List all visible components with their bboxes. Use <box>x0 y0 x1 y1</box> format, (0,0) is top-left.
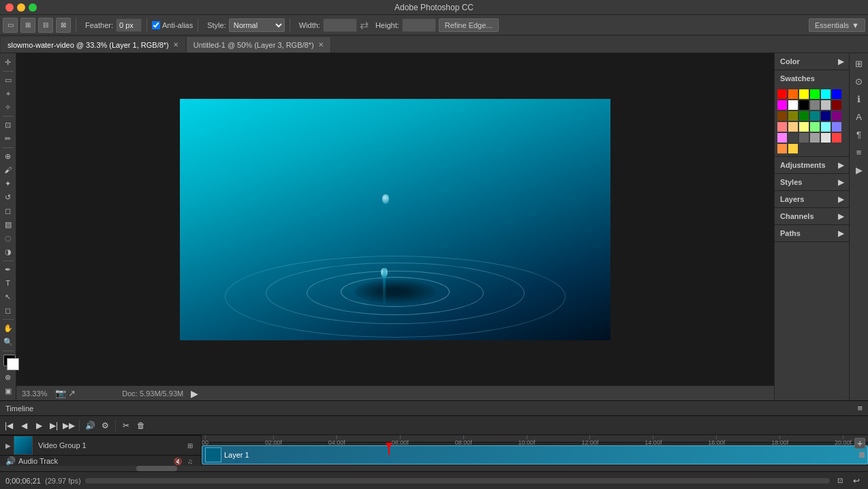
swatch-item[interactable] <box>832 89 841 99</box>
swatch-item[interactable] <box>777 122 787 132</box>
height-input[interactable] <box>402 18 436 32</box>
canvas-container[interactable] <box>16 53 774 385</box>
style-select[interactable]: Normal Fixed Ratio Fixed Size <box>229 18 285 32</box>
gradient-tool[interactable]: ▧ <box>1 218 15 231</box>
swatch-item[interactable] <box>799 133 809 143</box>
info-icon[interactable]: ℹ <box>852 91 867 106</box>
essentials-button[interactable]: Essentials ▼ <box>809 18 865 32</box>
brush-tool[interactable]: 🖌 <box>1 164 15 177</box>
hand-tool[interactable]: ✋ <box>1 322 15 335</box>
swatch-item[interactable] <box>832 133 841 143</box>
swatch-item[interactable] <box>799 111 809 121</box>
clone-stamp-tool[interactable]: ✦ <box>1 177 15 190</box>
tool-btn-4[interactable]: ⊠ <box>56 18 71 33</box>
width-input[interactable] <box>323 18 357 32</box>
swatch-item[interactable] <box>788 100 798 110</box>
play-pause-button[interactable]: ▶ <box>33 419 45 432</box>
quick-mask-mode[interactable]: ⊗ <box>1 371 15 384</box>
audio-music-btn[interactable]: ♫ <box>185 456 196 466</box>
swatch-item[interactable] <box>832 100 841 110</box>
swatch-item[interactable] <box>821 100 831 110</box>
shape-tool[interactable]: ◻ <box>1 304 15 317</box>
adjustments-panel-header[interactable]: Adjustments ▶ <box>775 157 849 173</box>
blur-tool[interactable]: ◌ <box>1 232 15 245</box>
tool-btn-2[interactable]: ⊞ <box>20 18 35 33</box>
move-tool[interactable]: ✛ <box>1 56 15 69</box>
playhead[interactable] <box>388 443 390 456</box>
foreground-color[interactable] <box>3 355 16 366</box>
swatch-item[interactable] <box>821 89 831 99</box>
swatch-item[interactable] <box>832 122 841 132</box>
screen-mode[interactable]: ▣ <box>1 385 15 398</box>
swatch-item[interactable] <box>799 100 809 110</box>
styles-panel-header[interactable]: Styles ▶ <box>775 174 849 190</box>
swatch-item[interactable] <box>777 89 787 99</box>
paragraph-icon[interactable]: ¶ <box>852 127 867 142</box>
prev-frame-button[interactable]: ◀ <box>18 419 30 432</box>
history-icon[interactable]: ≡ <box>852 145 867 160</box>
swatch-item[interactable] <box>810 133 820 143</box>
swatch-item[interactable] <box>777 100 787 110</box>
swatch-item[interactable] <box>777 133 787 143</box>
antialias-checkbox[interactable] <box>152 21 160 29</box>
audio-mute-btn[interactable]: 🔇 <box>172 456 183 466</box>
next-frame-button[interactable]: ▶| <box>48 419 60 432</box>
tab-untitled[interactable]: Untitled-1 @ 50% (Layer 3, RGB/8*) ✕ <box>186 36 331 53</box>
timeline-hscroll[interactable] <box>0 466 868 471</box>
layers-icon[interactable]: ⊞ <box>852 56 867 71</box>
dodge-tool[interactable]: ◑ <box>1 246 15 258</box>
tool-btn-3[interactable]: ⊟ <box>38 18 53 33</box>
audio-button[interactable]: 🔊 <box>84 419 96 432</box>
split-button[interactable]: ✂ <box>120 419 132 432</box>
swatch-item[interactable] <box>788 144 798 153</box>
swatch-item[interactable] <box>788 133 798 143</box>
marquee-tool[interactable]: ▭ <box>1 74 15 87</box>
eraser-tool[interactable]: ◻ <box>1 205 15 218</box>
hscroll-thumb[interactable] <box>136 466 177 471</box>
swap-dimensions-icon[interactable]: ⇄ <box>360 18 369 31</box>
close-button[interactable] <box>5 3 14 12</box>
antialias-checkbox-label[interactable]: Anti-alias <box>152 21 193 29</box>
play-button[interactable]: ▶ <box>189 388 200 399</box>
swatch-item[interactable] <box>810 100 820 110</box>
paths-panel-header[interactable]: Paths ▶ <box>775 225 849 241</box>
tab-slowmo[interactable]: slowmo-water-video @ 33.3% (Layer 1, RGB… <box>0 36 186 53</box>
actions-icon[interactable]: ▶ <box>852 162 867 177</box>
track-action-expand[interactable]: ⊞ <box>185 440 196 451</box>
swatch-item[interactable] <box>821 111 831 121</box>
quick-select-tool[interactable]: ✧ <box>1 101 15 114</box>
fit-view-button[interactable]: ⊡ <box>834 475 846 487</box>
swatch-item[interactable] <box>788 89 798 99</box>
tab-slowmo-close[interactable]: ✕ <box>173 41 179 48</box>
first-frame-button[interactable]: |◀ <box>3 419 15 432</box>
swatch-item[interactable] <box>821 122 831 132</box>
rectangular-marquee-tool[interactable]: ▭ <box>3 18 18 33</box>
healing-brush-tool[interactable]: ⊕ <box>1 150 15 163</box>
color-panel-header[interactable]: Color ▶ <box>775 53 849 70</box>
path-selection-tool[interactable]: ↖ <box>1 291 15 303</box>
feather-input[interactable] <box>116 18 142 32</box>
adjustments-icon[interactable]: ⊙ <box>852 74 867 89</box>
swatches-panel-header[interactable]: Swatches <box>775 70 849 87</box>
swatch-item[interactable] <box>799 89 809 99</box>
tab-untitled-close[interactable]: ✕ <box>318 41 324 48</box>
zoom-scroll-bar[interactable] <box>85 478 830 484</box>
swatch-item[interactable] <box>832 111 841 121</box>
delete-button[interactable]: 🗑 <box>135 419 147 432</box>
swatch-item[interactable] <box>777 144 787 153</box>
layers-panel-header[interactable]: Layers ▶ <box>775 191 849 207</box>
type-tool[interactable]: T <box>1 277 15 290</box>
eyedropper-tool[interactable]: ✏ <box>1 132 15 145</box>
swatch-item[interactable] <box>788 122 798 132</box>
loop-button[interactable]: ↩ <box>850 475 863 487</box>
history-brush-tool[interactable]: ↺ <box>1 191 15 204</box>
swatch-item[interactable] <box>777 111 787 121</box>
swatch-item[interactable] <box>810 122 820 132</box>
video-group-expand[interactable]: ▶ <box>5 442 11 449</box>
pen-tool[interactable]: ✒ <box>1 263 15 276</box>
add-track-button[interactable]: + <box>854 438 865 449</box>
char-icon[interactable]: A <box>852 109 867 124</box>
swatch-item[interactable] <box>799 122 809 132</box>
timeline-menu-icon[interactable]: ≡ <box>857 403 863 413</box>
lasso-tool[interactable]: ⌖ <box>1 87 15 100</box>
